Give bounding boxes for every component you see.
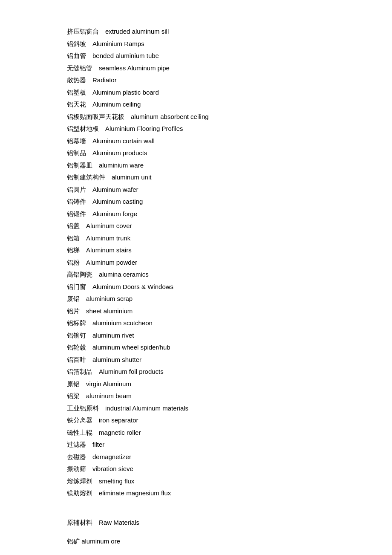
list-item: 铝型材地板 Aluminium Flooring Profiles — [67, 123, 325, 135]
list-item: 铝标牌 aluminium scutcheon — [67, 317, 325, 330]
list-item: 无缝铝管 seamless Aluminum pipe — [67, 62, 325, 75]
list-item: 铝轮毂 aluminum wheel spider/hub — [67, 341, 325, 354]
list-item: 铝铆钉 aluminum rivet — [67, 330, 325, 342]
list-item: 过滤器 filter — [67, 439, 325, 451]
list-item: 铝粉 Aluminum powder — [67, 257, 325, 269]
list-item: 铝幕墙 Aluminum curtain wall — [67, 135, 325, 147]
list-item: 铝制建筑构件 aluminum unit — [67, 171, 325, 184]
list-item: 铝梯 Aluminum stairs — [67, 244, 325, 257]
list-item: 铝曲管 bended aluminium tube — [67, 50, 325, 62]
list-item: 铁分离器 iron separator — [67, 414, 325, 427]
list-item: 铝斜坡 Aluminium Ramps — [67, 38, 325, 50]
list-item: 废铝 aluminium scrap — [67, 293, 325, 305]
list-item: 铝圆片 Aluminum wafer — [67, 184, 325, 196]
list-item: 铝天花 Aluminum ceiling — [67, 98, 325, 111]
list-item: 铝塑板 Aluminum plastic board — [67, 87, 325, 99]
list-item: 原铝 virgin Aluminum — [67, 378, 325, 390]
list-item: 铝箱 Aluminum trunk — [67, 232, 325, 245]
list-item: 铝板贴面吸声天花板 aluminum absorbent ceiling — [67, 111, 325, 123]
list-item: 铝制器皿 aluminium ware — [67, 159, 325, 172]
list-item: 镁助熔剂 eliminate magnesium flux — [67, 487, 325, 500]
list-item: 高铝陶瓷 alumina ceramics — [67, 269, 325, 281]
list-item: 铝门窗 Aluminum Doors & Windows — [67, 281, 325, 293]
list-item: 熔炼焊剂 smelting flux — [67, 475, 325, 488]
list-item: 铝百叶 aluminum shutter — [67, 354, 325, 366]
list-item: 铝制品 Aluminum products — [67, 147, 325, 159]
list-item: 磁性上辊 magnetic roller — [67, 427, 325, 439]
raw-materials-header: 原辅材料 Raw Materials — [67, 517, 325, 529]
list-item: 去磁器 demagnetizer — [67, 451, 325, 463]
list-item: 铝铸件 Aluminum casting — [67, 196, 325, 208]
list-item: 铝梁 aluminum beam — [67, 390, 325, 402]
main-content: 挤压铝窗台 extruded aluminum sill铝斜坡 Aluminiu… — [67, 26, 325, 548]
list-item: 挤压铝窗台 extruded aluminum sill — [67, 26, 325, 38]
list-item: 铝箔制品 Aluminum foil products — [67, 366, 325, 378]
list-item: 铝锻件 Aluminum forge — [67, 208, 325, 220]
raw-materials-list: 铝矿 aluminum ore — [67, 535, 325, 548]
list-item: 工业铝原料 industrial Aluminum materials — [67, 402, 325, 415]
raw-material-item: 铝矿 aluminum ore — [67, 535, 325, 548]
raw-materials-section: 原辅材料 Raw Materials 铝矿 aluminum ore — [67, 517, 325, 548]
list-item: 铝盖 Aluminum cover — [67, 220, 325, 232]
list-item: 振动筛 vibration sieve — [67, 463, 325, 475]
list-item: 散热器 Radiator — [67, 74, 325, 87]
items-list: 挤压铝窗台 extruded aluminum sill铝斜坡 Aluminiu… — [67, 26, 325, 500]
list-item: 铝片 sheet aluminium — [67, 305, 325, 318]
